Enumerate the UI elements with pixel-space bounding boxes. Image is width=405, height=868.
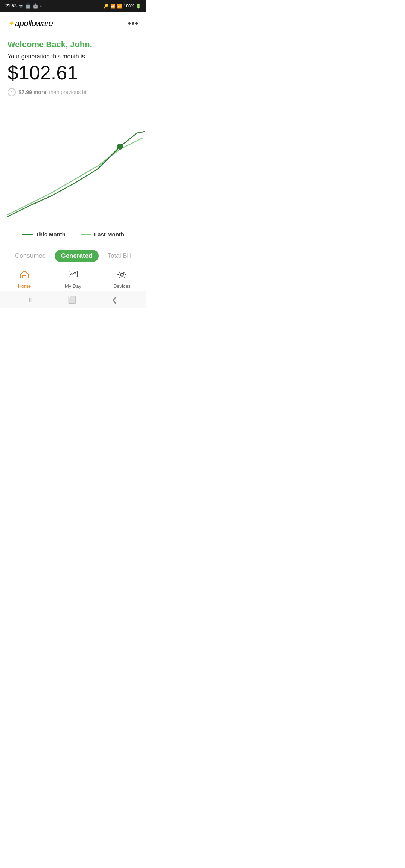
recent-apps-button[interactable]: ⦀ (29, 296, 33, 304)
chart-icon (68, 270, 78, 282)
last-month-line-icon (81, 234, 91, 235)
this-month-legend: This Month (22, 231, 66, 238)
android-icon1: 🤖 (25, 3, 31, 9)
app-header: ✦ apolloware ••• (0, 12, 146, 32)
tab-consumed[interactable]: Consumed (9, 250, 52, 262)
chart-area (0, 106, 146, 226)
android-icon2: 🤖 (33, 3, 38, 9)
chart-data-point (117, 144, 123, 150)
signal-icon: 📶 (117, 4, 122, 9)
last-month-legend: Last Month (81, 231, 124, 238)
status-right: 🔑 📶 📶 100% 🔋 (104, 4, 141, 9)
line-chart (0, 106, 146, 226)
home-icon (20, 270, 29, 282)
main-content: Welcome Back, John. Your generation this… (0, 32, 146, 266)
nav-home[interactable]: Home (11, 270, 38, 289)
dot-indicator: • (40, 3, 42, 9)
chart-legend: This Month Last Month (0, 226, 146, 245)
generation-label: Your generation this month is (8, 53, 139, 60)
view-tabs: Consumed Generated Total Bill (0, 245, 146, 266)
my-day-label: My Day (65, 283, 81, 289)
this-month-line (8, 132, 144, 217)
bottom-navigation: Home My Day Devices (0, 266, 146, 291)
battery-text: 100% (124, 4, 134, 8)
status-bar: 21:53 📷 🤖 🤖 • 🔑 📶 📶 100% 🔋 (0, 0, 146, 12)
system-navigation: ⦀ ⬜ ❮ (0, 291, 146, 308)
this-month-line-icon (22, 234, 33, 235)
logo-star-icon: ✦ (8, 19, 14, 28)
more-menu-button[interactable]: ••• (128, 19, 139, 28)
logo-text: apolloware (15, 19, 53, 28)
battery-icon: 🔋 (136, 4, 141, 9)
nav-my-day[interactable]: My Day (60, 270, 86, 289)
tab-generated[interactable]: Generated (55, 250, 98, 262)
last-month-line (8, 138, 142, 215)
generation-amount: $102.61 (8, 62, 139, 84)
tab-total-bill[interactable]: Total Bill (102, 250, 137, 262)
sim-icon: 📷 (19, 4, 23, 8)
welcome-section: Welcome Back, John. Your generation this… (0, 32, 146, 106)
home-button[interactable]: ⬜ (68, 296, 76, 304)
last-month-label: Last Month (94, 231, 124, 238)
devices-label: Devices (113, 283, 130, 289)
wifi-icon: 📶 (110, 4, 116, 9)
logo: ✦ apolloware (8, 19, 53, 28)
key-icon: 🔑 (104, 4, 109, 9)
nav-devices[interactable]: Devices (109, 270, 135, 289)
comparison-row: ↑ $7.99 more than previous bill (8, 88, 139, 96)
svg-point-2 (120, 273, 123, 276)
gear-icon (117, 270, 127, 282)
time: 21:53 (5, 3, 17, 9)
up-arrow-icon: ↑ (8, 88, 16, 96)
welcome-greeting: Welcome Back, John. (8, 40, 139, 49)
comparison-text: than previous bill (49, 89, 88, 95)
comparison-amount: $7.99 more (19, 89, 46, 95)
this-month-label: This Month (36, 231, 66, 238)
back-button[interactable]: ❮ (112, 296, 117, 304)
status-left: 21:53 📷 🤖 🤖 • (5, 3, 42, 9)
home-label: Home (18, 283, 31, 289)
